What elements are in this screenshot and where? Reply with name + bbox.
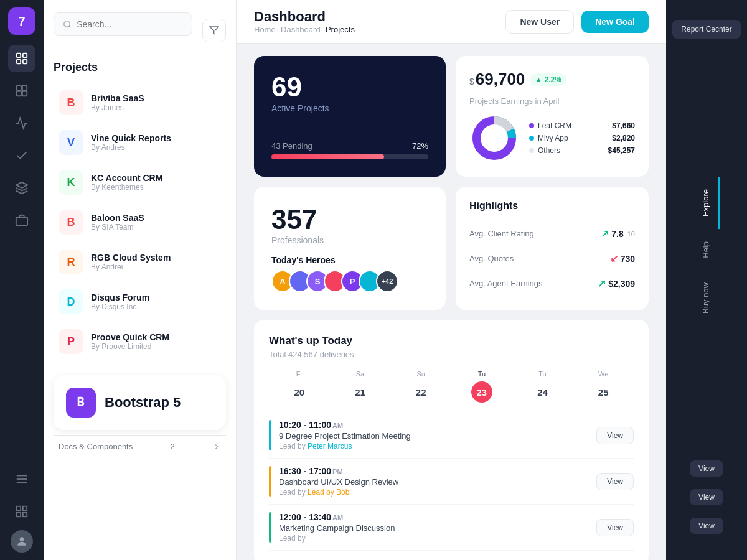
chevron-right-icon: [212, 442, 221, 451]
project-info: Vine Quick Reports By Andres: [91, 133, 171, 152]
view-button-1[interactable]: View: [690, 460, 723, 477]
project-info: Baloon SaaS By SIA Team: [91, 213, 144, 231]
sidebar-user-avatar[interactable]: [11, 530, 33, 553]
sidebar-icon-chart[interactable]: [8, 110, 35, 137]
svg-rect-3: [23, 60, 27, 63]
project-item[interactable]: K KC Account CRM By Keenthemes: [54, 164, 226, 201]
project-item[interactable]: R RGB Cloud System By Andrei: [54, 243, 226, 281]
calendar-day[interactable]: Su 22: [390, 370, 451, 403]
page-title: Dashboard: [254, 9, 355, 25]
docs-count: 2: [171, 442, 175, 451]
search-input[interactable]: [77, 19, 183, 29]
legend-item: Leaf CRM: [529, 121, 598, 130]
user-number-badge[interactable]: 7: [8, 7, 35, 35]
topbar-actions: New User New Goal: [505, 10, 649, 34]
project-item[interactable]: B Briviba SaaS By James: [54, 84, 226, 121]
narrow-sidebar: 7: [0, 0, 44, 560]
project-item[interactable]: V Vine Quick Reports By Andres: [54, 124, 226, 161]
project-name: Proove Quick CRM: [91, 332, 169, 342]
project-item[interactable]: D Disqus Forum By Disqus Inc.: [54, 283, 226, 320]
new-goal-button[interactable]: New Goal: [581, 11, 649, 33]
legend-amounts: $7,660$2,820$45,257: [608, 121, 635, 155]
svg-marker-8: [16, 182, 27, 188]
sidebar-icon-grid[interactable]: [8, 45, 35, 72]
svg-rect-2: [17, 60, 21, 63]
sidebar-icon-menu[interactable]: [8, 465, 35, 493]
event-view-button[interactable]: View: [596, 519, 634, 536]
highlights-rows: Avg. Client Rating ↗ 7.8 10 Avg. Quotes …: [469, 222, 635, 296]
day-number: 25: [593, 381, 614, 403]
docs-components-bar[interactable]: Docs & Components 2: [54, 435, 226, 457]
breadcrumb-home[interactable]: Home-: [254, 25, 278, 34]
svg-rect-9: [16, 217, 27, 225]
calendar-days-row: Fr 20 Sa 21 Su 22 Tu 23 Tu 24 We 25: [269, 370, 634, 403]
project-by: By James: [91, 103, 144, 112]
highlights-title: Highlights: [469, 200, 635, 212]
svg-marker-20: [210, 27, 218, 34]
legend-amount: $7,660: [608, 121, 635, 130]
svg-rect-6: [17, 91, 21, 96]
project-by: By Andrei: [91, 263, 171, 271]
earnings-subtitle: Projects Earnings in April: [469, 96, 635, 106]
event-info: 12:00 - 13:40AM Marketing Campaign Discu…: [279, 512, 589, 543]
new-user-button[interactable]: New User: [505, 10, 574, 34]
view-button-3[interactable]: View: [690, 518, 723, 534]
highlight-value: ↗ $2,309: [598, 278, 635, 289]
right-panel-views: View View View: [685, 457, 728, 548]
sidebar-icon-check[interactable]: [8, 142, 35, 169]
project-info: Disqus Forum By Disqus Inc.: [91, 292, 149, 311]
view-button-2[interactable]: View: [690, 489, 723, 505]
right-panel-tab[interactable]: Help: [693, 229, 720, 271]
filter-button[interactable]: [202, 19, 226, 42]
heroes-section: Today's Heroes ASP+42: [271, 255, 428, 292]
pending-pct: 72%: [412, 141, 428, 151]
report-center-button[interactable]: Report Cecnter: [672, 20, 740, 39]
event-info: 16:30 - 17:00PM Dashboard UI/UX Design R…: [279, 466, 589, 497]
project-name: Baloon SaaS: [91, 213, 144, 223]
project-info: Proove Quick CRM By Proove Limited: [91, 332, 169, 351]
event-view-button[interactable]: View: [596, 473, 634, 490]
filter-icon: [209, 26, 219, 35]
event-lead-link[interactable]: Lead by Bob: [308, 488, 349, 497]
prof-number: 357: [271, 204, 428, 235]
sidebar-icon-squares[interactable]: [8, 77, 35, 105]
right-panel-tab[interactable]: Explore: [693, 177, 720, 229]
legend-amount: $2,820: [608, 134, 635, 142]
project-item[interactable]: B Baloon SaaS By SIA Team: [54, 203, 226, 241]
sidebar-icon-briefcase[interactable]: [8, 207, 35, 234]
projects-panel: Projects B Briviba SaaS By James V Vine …: [44, 0, 237, 560]
event-time: 16:30 - 17:00PM: [279, 466, 589, 476]
legend: Leaf CRMMivy AppOthers: [529, 121, 598, 155]
breadcrumb-dashboard[interactable]: Dashboard-: [281, 25, 323, 34]
calendar-day[interactable]: Tu 24: [512, 370, 573, 403]
calendar-day[interactable]: Fr 20: [269, 370, 330, 403]
day-number: 21: [350, 381, 371, 403]
sidebar-icon-layers[interactable]: [8, 174, 35, 202]
row-3: What's up Today Total 424,567 deliveries…: [254, 320, 649, 560]
docs-label: Docs & Components: [59, 442, 133, 451]
day-name: Tu: [478, 370, 486, 378]
day-name: We: [598, 370, 608, 378]
right-panel-tab[interactable]: Buy now: [693, 270, 720, 326]
search-icon: [63, 19, 72, 29]
breadcrumb: Home- Dashboard- Projects: [254, 25, 355, 34]
earnings-card: $ 69,700 ▲ 2.2% Projects Earnings in Apr…: [456, 56, 649, 177]
event-lead-link[interactable]: Peter Marcus: [308, 442, 352, 450]
project-name: Vine Quick Reports: [91, 133, 171, 143]
calendar-day[interactable]: Tu 23: [451, 370, 512, 403]
project-by: By Keenthemes: [91, 183, 162, 192]
sidebar-icon-grid2[interactable]: [8, 498, 35, 525]
legend-dot: [529, 123, 534, 128]
calendar-day[interactable]: We 25: [573, 370, 634, 403]
calendar-day[interactable]: Sa 21: [330, 370, 391, 403]
project-item[interactable]: P Proove Quick CRM By Proove Limited: [54, 323, 226, 360]
progress-bar-bg: [271, 154, 428, 159]
project-by: By Proove Limited: [91, 342, 169, 351]
project-icon: R: [59, 250, 83, 274]
event-view-button[interactable]: View: [596, 427, 634, 444]
pending-row: 43 Pending 72%: [271, 141, 428, 151]
projects-title: Projects: [54, 61, 226, 74]
calendar-event: 10:20 - 11:00AM 9 Degree Project Estimat…: [269, 413, 634, 459]
search-bar[interactable]: [54, 12, 192, 36]
main-content: Dashboard Home- Dashboard- Projects New …: [237, 0, 666, 560]
